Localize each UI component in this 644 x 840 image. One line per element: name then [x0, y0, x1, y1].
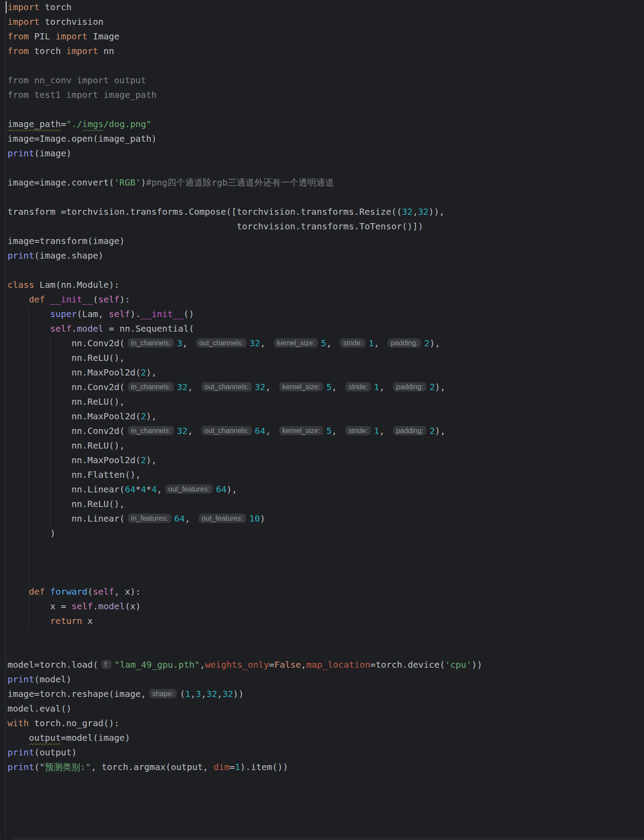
- code-token: (output): [34, 747, 77, 758]
- code-line[interactable]: nn.MaxPool2d(2),: [8, 409, 644, 424]
- code-line[interactable]: print(model): [8, 672, 644, 687]
- code-token: )): [471, 659, 482, 670]
- code-token: super: [50, 309, 77, 319]
- inlay-hint[interactable]: padding:: [388, 338, 421, 348]
- code-token: (image.shape): [34, 250, 104, 261]
- code-token: 32: [206, 689, 217, 699]
- code-line[interactable]: [8, 628, 644, 643]
- code-line[interactable]: with torch.no_grad():: [8, 716, 644, 731]
- code-line[interactable]: [8, 190, 644, 205]
- inlay-hint[interactable]: kernel_size:: [274, 338, 318, 348]
- code-line[interactable]: nn.Linear(64*4*4,out_features:64),: [8, 482, 644, 497]
- code-line[interactable]: image=Image.open(image_path): [8, 132, 644, 146]
- code-line[interactable]: nn.ReLU(),: [8, 351, 644, 365]
- code-line[interactable]: [8, 58, 644, 73]
- code-token: (Lam,: [77, 309, 109, 319]
- code-line[interactable]: return x: [8, 614, 644, 628]
- code-token: 32: [223, 689, 233, 699]
- code-token: ),: [146, 455, 157, 465]
- code-line[interactable]: [8, 541, 644, 555]
- code-line[interactable]: [8, 570, 644, 585]
- inlay-hint[interactable]: kernel_size:: [279, 382, 323, 391]
- code-line[interactable]: [8, 804, 644, 818]
- code-token: ,: [266, 382, 276, 392]
- code-line[interactable]: class Lam(nn.Module):: [8, 278, 644, 292]
- inlay-hint[interactable]: out_channels:: [201, 382, 252, 391]
- code-line[interactable]: nn.Conv2d(in_channels:3, out_channels:32…: [8, 336, 644, 351]
- code-token: 1: [235, 762, 240, 772]
- inlay-hint[interactable]: padding:: [393, 426, 426, 435]
- code-line[interactable]: import torchvision: [8, 15, 644, 29]
- code-line[interactable]: transform =torchvision.transforms.Compos…: [8, 205, 644, 219]
- code-line[interactable]: nn.MaxPool2d(2),: [8, 365, 644, 380]
- code-line[interactable]: def __init__(self):: [8, 292, 644, 307]
- code-line[interactable]: ): [8, 526, 644, 541]
- code-token: (: [88, 586, 93, 597]
- code-line[interactable]: import torch: [8, 0, 644, 15]
- code-line[interactable]: nn.ReLU(),: [8, 438, 644, 453]
- code-line[interactable]: image_path="./imgs/dog.png": [8, 117, 644, 132]
- code-line[interactable]: print(image.shape): [8, 248, 644, 263]
- code-line[interactable]: print("预测类别:", torch.argmax(output, dim=…: [8, 760, 644, 774]
- code-line[interactable]: model=torch.load(f:"lam_49_gpu.pth",weig…: [8, 658, 644, 672]
- code-line[interactable]: output=model(image): [8, 731, 644, 745]
- inlay-hint[interactable]: stride:: [340, 338, 366, 348]
- code-token: PIL: [29, 31, 55, 42]
- code-line[interactable]: x = self.model(x): [8, 599, 644, 614]
- code-line[interactable]: from nn_conv import output: [8, 73, 644, 88]
- code-line[interactable]: [8, 555, 644, 570]
- inlay-hint[interactable]: out_features:: [199, 514, 246, 523]
- code-line[interactable]: from torch import nn: [8, 44, 644, 58]
- inlay-hint[interactable]: f:: [101, 660, 112, 669]
- code-line[interactable]: from PIL import Image: [8, 29, 644, 44]
- code-line[interactable]: from test1 import image_path: [8, 88, 644, 102]
- inlay-hint[interactable]: padding:: [393, 382, 426, 391]
- code-token: =: [269, 659, 274, 670]
- code-token: ): [260, 513, 265, 524]
- code-line[interactable]: [8, 818, 644, 833]
- inlay-hint[interactable]: shape:: [149, 689, 177, 698]
- code-line[interactable]: model.eval(): [8, 701, 644, 716]
- code-line[interactable]: image=transform(image): [8, 234, 644, 248]
- code-line[interactable]: nn.MaxPool2d(2),: [8, 453, 644, 468]
- code-line[interactable]: torchvision.transforms.ToTensor()]): [8, 219, 644, 234]
- code-token: Image: [88, 31, 120, 42]
- code-line[interactable]: image=torch.reshape(image,shape:(1,3,32,…: [8, 687, 644, 701]
- code-line[interactable]: print(image): [8, 146, 644, 161]
- code-line[interactable]: [8, 774, 644, 789]
- code-line[interactable]: def forward(self, x):: [8, 585, 644, 599]
- code-line[interactable]: self.model = nn.Sequential(: [8, 321, 644, 336]
- code-token: weights_only: [205, 659, 269, 670]
- code-token: torchvision: [39, 16, 104, 27]
- code-line[interactable]: nn.Conv2d(in_channels:32, out_channels:3…: [8, 380, 644, 395]
- inlay-hint[interactable]: out_channels:: [201, 426, 252, 435]
- code-line[interactable]: nn.ReLU(),: [8, 395, 644, 409]
- inlay-hint[interactable]: stride:: [345, 382, 371, 391]
- inlay-hint[interactable]: in_channels:: [128, 426, 174, 435]
- code-line[interactable]: nn.Flatten(),: [8, 468, 644, 482]
- code-line[interactable]: [8, 161, 644, 175]
- inlay-hint[interactable]: in_channels:: [128, 382, 174, 391]
- editor[interactable]: import torchimport torchvisionfrom PIL i…: [0, 0, 644, 840]
- code-line[interactable]: [8, 789, 644, 804]
- code-line[interactable]: image=image.convert('RGB')#png四个通道除rgb三通…: [8, 175, 644, 190]
- code-line[interactable]: nn.ReLU(),: [8, 497, 644, 511]
- code-token: )): [233, 689, 244, 699]
- code-token: nn.Conv2d(: [8, 338, 125, 348]
- inlay-hint[interactable]: out_channels:: [196, 338, 247, 348]
- code-line[interactable]: super(Lam, self).__init__(): [8, 307, 644, 321]
- inlay-hint[interactable]: in_features:: [128, 514, 171, 523]
- code-line[interactable]: [8, 643, 644, 658]
- code-line[interactable]: nn.Linear(in_features:64, out_features:1…: [8, 511, 644, 526]
- code-token: model=torch.load(: [8, 659, 98, 670]
- inlay-hint[interactable]: stride:: [345, 426, 371, 435]
- code-line[interactable]: [8, 263, 644, 278]
- inlay-hint[interactable]: in_channels:: [128, 338, 174, 348]
- code-token: 5: [321, 338, 326, 348]
- code-line[interactable]: nn.Conv2d(in_channels:32, out_channels:6…: [8, 424, 644, 438]
- code-token: (image): [34, 148, 71, 159]
- inlay-hint[interactable]: kernel_size:: [279, 426, 323, 435]
- inlay-hint[interactable]: out_features:: [165, 484, 212, 494]
- code-line[interactable]: [8, 102, 644, 117]
- code-line[interactable]: print(output): [8, 745, 644, 760]
